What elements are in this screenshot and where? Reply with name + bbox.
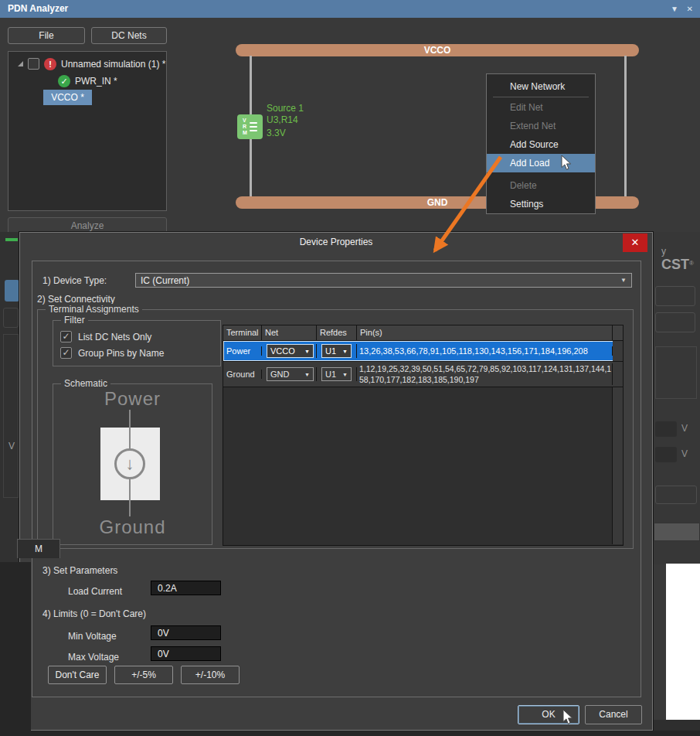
file-button[interactable]: File	[8, 27, 85, 44]
scrollbar-track[interactable]	[613, 362, 623, 387]
ok-button[interactable]: OK	[518, 705, 579, 724]
window-menu-caret-icon[interactable]: ▼	[671, 0, 678, 18]
header-pins: Pin(s)	[357, 325, 613, 340]
tree-expander-icon[interactable]	[18, 61, 23, 66]
list-dc-nets-label: List DC Nets Only	[78, 332, 151, 342]
background-m-tab[interactable]: M	[17, 539, 60, 558]
dropdown-caret-icon: ▼	[342, 349, 348, 354]
plus-minus-10-button[interactable]: +/-10%	[181, 666, 240, 684]
terminal-cell: Power	[223, 346, 262, 356]
current-source-symbol: ↓	[114, 448, 145, 479]
window-close-icon[interactable]: ✕	[687, 0, 693, 18]
table-header-row: Terminal Net Refdes Pin(s)	[223, 325, 623, 341]
simulation-tree-panel: ! Unnamed simulation (1) * ✓ PWR_IN * VC…	[8, 51, 167, 211]
background-field	[655, 421, 677, 437]
background-shape	[655, 346, 697, 399]
max-voltage-label: Max Voltage	[68, 652, 119, 663]
error-icon: !	[44, 58, 56, 70]
device-type-dropdown[interactable]: IC (Current) ▼	[135, 273, 632, 288]
min-voltage-label: Min Voltage	[68, 631, 117, 642]
scrollbar-track[interactable]	[613, 341, 623, 361]
device-type-value: IC (Current)	[141, 275, 189, 286]
simulation-checkbox[interactable]	[28, 58, 39, 70]
load-current-input[interactable]	[151, 581, 221, 595]
source-refdes: U3,R14	[267, 114, 298, 126]
background-green-dash	[5, 238, 18, 241]
dont-care-button[interactable]: Don't Care	[48, 666, 107, 684]
background-shape	[655, 286, 695, 306]
background-shape	[655, 486, 697, 504]
net-cell: VCCO ▼	[262, 344, 317, 358]
refdes-dropdown[interactable]: U1 ▼	[321, 367, 352, 381]
menu-separator	[493, 97, 589, 97]
table-row-power[interactable]: Power VCCO ▼ U1 ▼ 13,26,38,53,66,78,91,1…	[223, 341, 623, 362]
refdes-dropdown[interactable]: U1 ▼	[321, 344, 352, 358]
dropdown-caret-icon: ▼	[620, 277, 627, 284]
background-blue-button	[5, 280, 19, 302]
right-wire	[624, 56, 627, 196]
vrm-bars-icon	[250, 122, 257, 131]
background-shape	[3, 334, 19, 498]
net-cell: GND ▼	[262, 367, 317, 381]
menu-item-edit-net[interactable]: Edit Net	[487, 98, 595, 117]
window-title: PDN Analyzer	[8, 3, 68, 14]
header-terminal: Terminal	[223, 325, 262, 340]
header-refdes: Refdes	[317, 325, 357, 340]
tree-item-pwr-in[interactable]: PWR_IN *	[75, 75, 117, 88]
header-net: Net	[262, 325, 317, 340]
source-title: Source 1	[267, 103, 304, 114]
menu-item-extend-net[interactable]: Extend Net	[487, 117, 595, 135]
source-voltage: 3.3V	[267, 128, 286, 139]
vrm-source-icon[interactable]: V R M	[237, 114, 263, 139]
load-current-label: Load Current	[68, 586, 122, 597]
scrollbar-track[interactable]	[612, 387, 623, 544]
tree-item-vcco-selected[interactable]: VCCO *	[43, 90, 92, 105]
header-scroll-gutter	[613, 325, 623, 340]
dropdown-caret-icon: ▼	[304, 372, 310, 377]
menu-item-delete[interactable]: Delete	[487, 176, 595, 195]
background-white-page	[666, 564, 700, 720]
group-pins-label: Group Pins by Name	[78, 348, 164, 359]
net-dropdown[interactable]: VCCO ▼	[267, 344, 314, 358]
menu-item-settings[interactable]: Settings	[487, 195, 595, 213]
background-button	[654, 523, 700, 541]
list-dc-nets-checkbox[interactable]: ✓	[60, 331, 72, 342]
refdes-cell: U1 ▼	[317, 367, 357, 381]
cst-logo: y CST®	[661, 246, 700, 273]
dropdown-caret-icon: ▼	[342, 372, 348, 377]
max-voltage-input[interactable]	[151, 646, 221, 661]
set-connectivity-label: 2) Set Connectivity	[37, 294, 115, 305]
set-parameters-label: 3) Set Parameters	[42, 565, 117, 576]
cancel-button[interactable]: Cancel	[585, 705, 642, 724]
background-v-unit: V	[681, 448, 688, 459]
background-shape	[655, 312, 695, 332]
menu-item-add-source[interactable]: Add Source	[487, 135, 595, 154]
group-pins-checkbox[interactable]: ✓	[60, 347, 72, 359]
pins-cell: 1,12,19,25,32,39,50,51,54,65,72,79,85,92…	[357, 363, 613, 385]
dc-nets-button[interactable]: DC Nets	[91, 27, 167, 44]
terminal-table: Terminal Net Refdes Pin(s) Power VCCO ▼ …	[223, 325, 624, 546]
table-filler	[223, 387, 612, 544]
table-empty-area	[223, 387, 623, 544]
filter-label: Filter	[61, 315, 88, 325]
background-bottom-strip	[0, 731, 700, 736]
tree-item-simulation[interactable]: Unnamed simulation (1) *	[61, 58, 165, 71]
menu-item-add-load[interactable]: Add Load	[487, 154, 595, 172]
background-dark-corner	[0, 562, 31, 736]
menu-item-new-network[interactable]: New Network	[487, 77, 595, 96]
min-voltage-input[interactable]	[151, 625, 221, 640]
terminal-assignments-label: Terminal Assignments	[46, 304, 142, 315]
terminal-cell: Ground	[223, 370, 262, 379]
pins-cell: 13,26,38,53,66,78,91,105,118,130,143,156…	[357, 346, 613, 356]
pdn-analyzer-window: PDN Analyzer ▼ ✕ File DC Nets ! Unnamed …	[0, 0, 700, 736]
symbol-bottom-lead	[129, 479, 131, 516]
dialog-close-button[interactable]: ✕	[623, 233, 647, 252]
device-type-label: 1) Device Type:	[42, 275, 107, 286]
net-dropdown[interactable]: GND ▼	[267, 367, 314, 381]
plus-minus-5-button[interactable]: +/-5%	[114, 666, 173, 684]
dropdown-caret-icon: ▼	[304, 349, 310, 354]
vcco-net-bar[interactable]: VCCO	[236, 44, 639, 56]
ok-status-icon: ✓	[58, 75, 70, 87]
schematic-label: Schematic	[61, 378, 110, 389]
table-row-ground[interactable]: Ground GND ▼ U1 ▼ 1,12,19,25,32,39,50,51…	[223, 362, 623, 387]
